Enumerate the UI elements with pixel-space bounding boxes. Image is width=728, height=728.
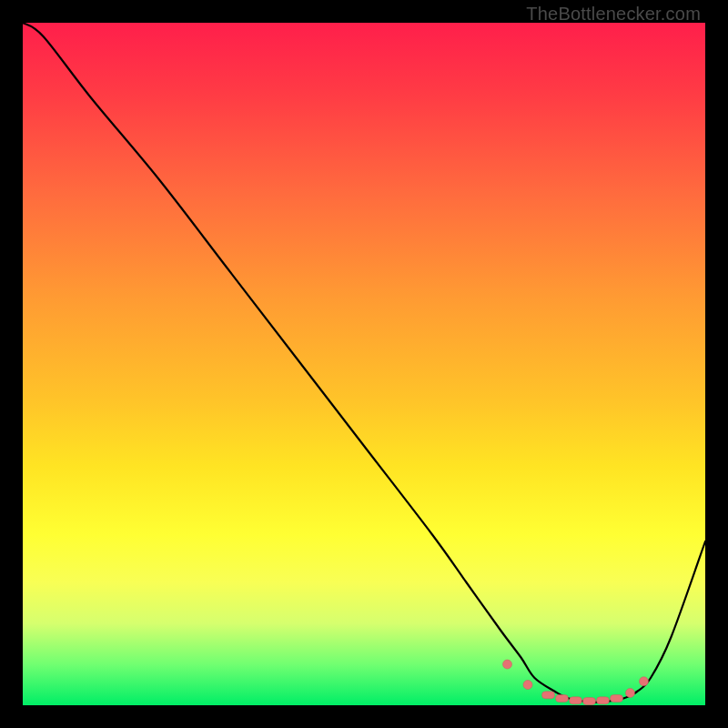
marker-pill [556, 695, 569, 703]
marker-pill [583, 698, 596, 705]
marker-pill [597, 697, 610, 704]
plot-area [23, 23, 705, 705]
marker-dot [503, 660, 512, 669]
marker-pill [611, 695, 623, 703]
marker-dot [626, 689, 635, 698]
marker-pill [542, 692, 555, 699]
chart-frame: TheBottlenecker.com [0, 0, 728, 728]
marker-dot [523, 681, 532, 690]
chart-svg [23, 23, 705, 705]
marker-pill [570, 697, 582, 704]
bottleneck-curve [23, 23, 705, 703]
watermark-text: TheBottlenecker.com [526, 4, 701, 25]
marker-dot [640, 677, 649, 686]
